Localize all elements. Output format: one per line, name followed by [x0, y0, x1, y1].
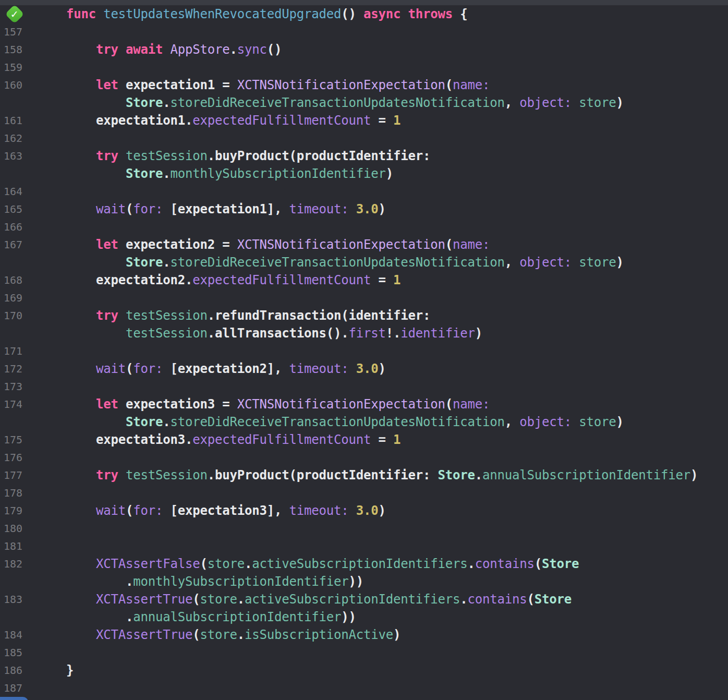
code-row: 181 [0, 537, 728, 555]
editor-gutter[interactable]: 181 [0, 537, 37, 555]
editor-gutter[interactable]: 173 [0, 378, 37, 395]
code-line[interactable] [37, 697, 728, 700]
editor-gutter[interactable]: 158 [0, 41, 37, 58]
editor-gutter[interactable]: 187 [0, 679, 37, 697]
code-line[interactable] [37, 129, 728, 147]
editor-gutter[interactable]: 166 [0, 218, 37, 236]
code-line[interactable]: try await AppStore.sync() [37, 41, 728, 58]
editor-gutter[interactable]: 171 [0, 342, 37, 360]
editor-gutter[interactable]: 175 [0, 431, 37, 449]
code-token [96, 7, 103, 21]
code-line[interactable]: XCTAssertTrue(store.isSubscriptionActive… [37, 626, 728, 644]
code-line[interactable]: Store.storeDidReceiveTransactionUpdatesN… [37, 413, 728, 431]
editor-gutter[interactable]: 157 [0, 23, 37, 41]
code-row: Store.storeDidReceiveTransactionUpdatesN… [0, 254, 728, 271]
code-line[interactable]: let expectation3 = XCTNSNotificationExpe… [37, 395, 728, 413]
code-line[interactable]: try testSession.buyProduct(productIdenti… [37, 466, 728, 484]
editor-gutter[interactable] [0, 94, 37, 112]
editor-gutter[interactable]: 182 [0, 555, 37, 573]
code-line[interactable]: .monthlySubscriptionIdentifier)) [37, 573, 728, 590]
editor-gutter[interactable]: 162 [0, 129, 37, 147]
code-line[interactable]: wait(for: [expectation1], timeout: 3.0) [37, 200, 728, 218]
code-token: ) [690, 468, 698, 482]
code-line[interactable]: func testUpdatesWhenRevocatedUpgraded() … [37, 5, 728, 23]
editor-gutter[interactable]: 160 [0, 76, 37, 94]
editor-gutter[interactable] [0, 697, 37, 700]
code-line[interactable]: Store.monthlySubscriptionIdentifier) [37, 165, 728, 183]
test-passed-icon[interactable]: ✓ [5, 5, 25, 24]
editor-gutter[interactable]: 180 [0, 520, 37, 537]
code-line[interactable]: wait(for: [expectation3], timeout: 3.0) [37, 502, 728, 520]
code-token: 1 [393, 273, 401, 287]
code-line[interactable] [37, 644, 728, 661]
code-line[interactable] [37, 0, 728, 5]
code-line[interactable]: let expectation2 = XCTNSNotificationExpe… [37, 236, 728, 254]
editor-gutter[interactable]: 159 [0, 58, 37, 76]
code-line[interactable] [37, 183, 728, 200]
editor-gutter[interactable] [0, 165, 37, 183]
code-token: expectedFulfillmentCount [192, 273, 371, 287]
editor-gutter[interactable]: 164 [0, 183, 37, 200]
code-line[interactable]: expectation3.expectedFulfillmentCount = … [37, 431, 728, 449]
editor-gutter[interactable]: 185 [0, 644, 37, 661]
code-token [37, 468, 96, 482]
code-line[interactable]: .annualSubscriptionIdentifier)) [37, 608, 728, 626]
code-line[interactable] [37, 537, 728, 555]
code-line[interactable]: XCTAssertFalse(store.activeSubscriptionI… [37, 555, 728, 573]
code-line[interactable] [37, 484, 728, 502]
code-line[interactable]: XCTAssertTrue(store.activeSubscriptionId… [37, 590, 728, 608]
editor-gutter[interactable] [0, 413, 37, 431]
editor-gutter[interactable]: 161 [0, 112, 37, 129]
editor-gutter[interactable]: 167 [0, 236, 37, 254]
code-line[interactable]: Store.storeDidReceiveTransactionUpdatesN… [37, 94, 728, 112]
code-line[interactable] [37, 218, 728, 236]
editor-gutter[interactable]: 156 [0, 0, 37, 5]
code-token: name: [453, 237, 490, 252]
breakpoint-marker[interactable] [0, 697, 28, 700]
editor-gutter[interactable]: 169 [0, 289, 37, 307]
code-line[interactable]: let expectation1 = XCTNSNotificationExpe… [37, 76, 728, 94]
editor-gutter[interactable]: 184 [0, 626, 37, 644]
code-line[interactable] [37, 520, 728, 537]
code-line[interactable]: wait(for: [expectation2], timeout: 3.0) [37, 360, 728, 378]
code-line[interactable] [37, 378, 728, 395]
code-line[interactable]: Store.storeDidReceiveTransactionUpdatesN… [37, 254, 728, 271]
editor-gutter[interactable]: 176 [0, 449, 37, 466]
code-line[interactable]: expectation1.expectedFulfillmentCount = … [37, 112, 728, 129]
editor-gutter[interactable]: 165 [0, 200, 37, 218]
code-line[interactable] [37, 449, 728, 466]
code-line[interactable] [37, 342, 728, 360]
code-line[interactable]: testSession.allTransactions().first!.ide… [37, 324, 728, 342]
code-line[interactable]: } [37, 661, 728, 679]
code-line[interactable] [37, 289, 728, 307]
editor-gutter[interactable]: 186 [0, 661, 37, 679]
editor-gutter[interactable]: 172 [0, 360, 37, 378]
editor-gutter[interactable]: 183 [0, 590, 37, 608]
code-line[interactable]: expectation2.expectedFulfillmentCount = … [37, 271, 728, 289]
editor-gutter[interactable]: ✓ [0, 5, 37, 23]
code-line[interactable] [37, 23, 728, 41]
editor-gutter[interactable] [0, 324, 37, 342]
editor-gutter[interactable] [0, 573, 37, 590]
code-token: store [579, 95, 616, 110]
code-token: . [163, 255, 170, 270]
editor-gutter[interactable]: 168 [0, 271, 37, 289]
code-token: Store [535, 592, 572, 607]
code-token [401, 7, 408, 21]
code-line[interactable]: try testSession.buyProduct(productIdenti… [37, 147, 728, 165]
editor-gutter[interactable]: 170 [0, 307, 37, 324]
code-line[interactable] [37, 679, 728, 697]
code-row: 166 [0, 218, 728, 236]
code-token: testSession [126, 149, 208, 163]
editor-gutter[interactable]: 179 [0, 502, 37, 520]
code-line[interactable]: try testSession.refundTransaction(identi… [37, 307, 728, 324]
editor-gutter[interactable]: 163 [0, 147, 37, 165]
editor-gutter[interactable]: 178 [0, 484, 37, 502]
code-token: store [579, 255, 616, 270]
code-line[interactable] [37, 58, 728, 76]
editor-gutter[interactable] [0, 608, 37, 626]
editor-gutter[interactable] [0, 254, 37, 271]
editor-gutter[interactable]: 177 [0, 466, 37, 484]
editor-gutter[interactable]: 174 [0, 395, 37, 413]
code-token: Store [438, 468, 475, 482]
